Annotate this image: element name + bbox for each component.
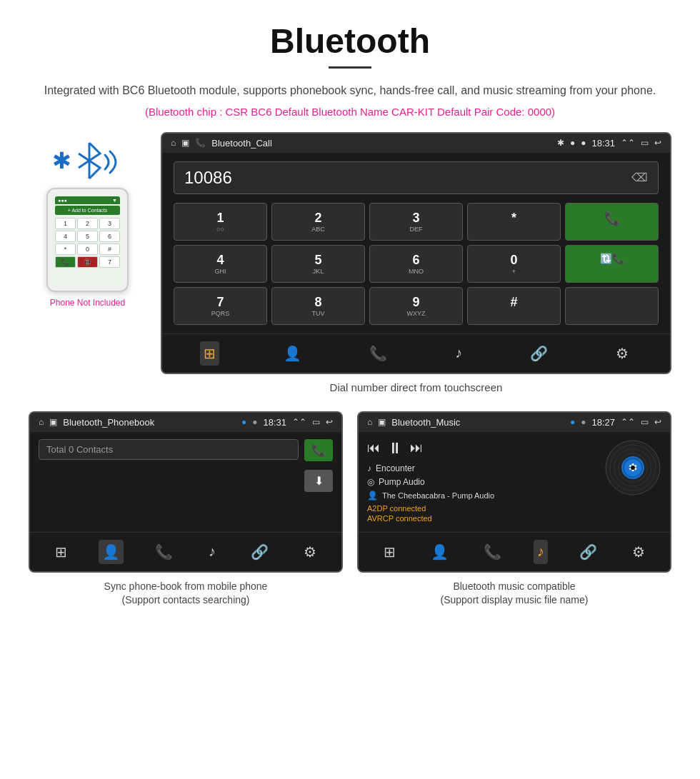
phone-key-hash[interactable]: #	[99, 243, 120, 255]
phonebook-search[interactable]: Total 0 Contacts	[39, 439, 299, 460]
car-expand-icon[interactable]: ⌃⌃	[621, 138, 635, 148]
music-prev-btn[interactable]: ⏮	[367, 441, 380, 456]
car-screen-call: ⌂ ▣ 📞 Bluetooth_Call ✱ ● ● 18:31 ⌃⌃ ▭ ↩ …	[161, 132, 671, 374]
key-0[interactable]: 0+	[467, 245, 561, 283]
dial-input[interactable]: 10086 ⌫	[174, 161, 659, 194]
pb-toolbar-dialpad[interactable]: ⊞	[51, 540, 71, 564]
music-expand-icon[interactable]: ⌃⌃	[621, 417, 635, 427]
car-status-bar-music: ⌂ ▣ Bluetooth_Music ● ● 18:27 ⌃⌃ ▭ ↩	[359, 413, 670, 432]
pb-time: 18:31	[263, 417, 286, 428]
music-play-btn[interactable]: ⏸	[387, 439, 403, 458]
pb-toolbar-settings[interactable]: ⚙	[300, 540, 320, 564]
pb-home-icon[interactable]: ⌂	[39, 417, 44, 427]
phone-key-4[interactable]: 4	[55, 231, 76, 242]
dial-caption: Dial number direct from touchscreen	[161, 381, 671, 393]
car-screen-call-wrapper: ⌂ ▣ 📞 Bluetooth_Call ✱ ● ● 18:31 ⌃⌃ ▭ ↩ …	[161, 132, 671, 404]
page-specs: (Bluetooth chip : CSR BC6 Default Blueto…	[43, 106, 657, 118]
dial-delete-btn[interactable]: ⌫	[631, 171, 648, 184]
key-4[interactable]: 4GHI	[174, 245, 267, 283]
music-back-icon[interactable]: ↩	[654, 417, 661, 427]
toolbar-link-btn[interactable]: 🔗	[526, 341, 551, 366]
car-toolbar-call: ⊞ 👤 📞 ♪ 🔗 ⚙	[162, 333, 670, 373]
toolbar-contacts-btn[interactable]: 👤	[280, 341, 305, 366]
key-call[interactable]: 📞	[565, 203, 659, 241]
phone-key-star[interactable]: *	[55, 243, 76, 255]
music-status2: AVRCP connected	[367, 514, 597, 523]
key-7[interactable]: 7PQRS	[174, 287, 267, 325]
page-title: Bluetooth	[43, 21, 657, 61]
pb-toolbar-music[interactable]: ♪	[205, 540, 219, 564]
music-window-icon[interactable]: ▭	[641, 417, 649, 427]
key-hash[interactable]: #	[467, 287, 561, 325]
car-dots-icon: ●	[581, 138, 586, 148]
pb-back-icon[interactable]: ↩	[326, 417, 333, 427]
phone-key-3[interactable]: 3	[99, 218, 120, 229]
music-dot2: ●	[581, 417, 586, 427]
phone-screen: ●●●▼ + Add to Contacts 1 2 3 4 5 6 * 0 #…	[52, 194, 123, 286]
pb-toolbar-link[interactable]: 🔗	[247, 540, 272, 564]
main-section: ✱ ●●●▼ + Add to Contacts 1	[0, 125, 700, 411]
car-wifi-icon: ▣	[181, 138, 189, 148]
music-content: ⏮ ⏸ ⏭ ♪ Encounter ◎ Pump Audio 👤 The	[359, 432, 670, 532]
phone-not-included-label: Phone Not Included	[50, 298, 125, 308]
dialpad-area: 10086 ⌫ 1○○ 2ABC 3DEF * 📞 4GHI 5JKL 6MNO…	[162, 153, 670, 333]
pb-toolbar-contacts[interactable]: 👤	[99, 540, 124, 564]
key-5[interactable]: 5JKL	[271, 245, 365, 283]
music-toolbar-dialpad[interactable]: ⊞	[380, 540, 399, 564]
car-back-icon[interactable]: ↩	[654, 138, 661, 148]
music-toolbar-settings[interactable]: ⚙	[629, 540, 649, 564]
toolbar-settings-btn[interactable]: ⚙	[612, 341, 632, 366]
car-status-bar-call: ⌂ ▣ 📞 Bluetooth_Call ✱ ● ● 18:31 ⌃⌃ ▭ ↩	[162, 134, 670, 153]
music-toolbar-contacts[interactable]: 👤	[427, 540, 452, 564]
car-bt-icon: ✱	[557, 138, 564, 148]
phone-key-call[interactable]: 📞	[55, 256, 76, 268]
page-header: Bluetooth Integrated with BC6 Bluetooth …	[0, 0, 700, 125]
pb-dot2: ●	[252, 417, 257, 427]
pb-toolbar-call[interactable]: 📞	[151, 540, 176, 564]
music-toolbar-music[interactable]: ♪	[534, 540, 548, 564]
car-home-icon[interactable]: ⌂	[171, 138, 176, 148]
vinyl-record: ✱	[604, 439, 661, 496]
phone-key-5[interactable]: 5	[77, 231, 98, 242]
music-next-btn[interactable]: ⏭	[410, 441, 423, 456]
key-6[interactable]: 6MNO	[369, 245, 463, 283]
car-window-icon[interactable]: ▭	[641, 138, 649, 148]
key-8[interactable]: 8TUV	[271, 287, 365, 325]
music-home-icon[interactable]: ⌂	[367, 417, 372, 427]
toolbar-music-btn[interactable]: ♪	[451, 341, 466, 366]
toolbar-dialpad-btn[interactable]: ⊞	[200, 341, 219, 366]
pb-expand-icon[interactable]: ⌃⌃	[292, 417, 306, 427]
phone-key-7[interactable]: 7	[99, 256, 120, 268]
phonebook-block: ⌂ ▣ Bluetooth_Phonebook ● ● 18:31 ⌃⌃ ▭ ↩…	[29, 411, 343, 608]
phone-key-1[interactable]: 1	[55, 218, 76, 229]
toolbar-call-btn[interactable]: 📞	[366, 341, 391, 366]
key-1[interactable]: 1○○	[174, 203, 267, 241]
svg-point-9	[631, 466, 635, 470]
music-person-icon: 👤	[367, 491, 378, 501]
bluetooth-icon: ✱	[52, 147, 71, 174]
keypad-grid: 1○○ 2ABC 3DEF * 📞 4GHI 5JKL 6MNO 0+ 🔃📞 7…	[174, 203, 659, 325]
bottom-screens: ⌂ ▣ Bluetooth_Phonebook ● ● 18:31 ⌃⌃ ▭ ↩…	[0, 411, 700, 622]
music-track2: Pump Audio	[379, 477, 425, 487]
key-3[interactable]: 3DEF	[369, 203, 463, 241]
car-status-bar-phonebook: ⌂ ▣ Bluetooth_Phonebook ● ● 18:31 ⌃⌃ ▭ ↩	[30, 413, 341, 432]
phonebook-call-btn[interactable]: 📞	[304, 439, 333, 461]
key-star[interactable]: *	[467, 203, 561, 241]
phone-key-6[interactable]: 6	[99, 231, 120, 242]
music-circle-icon: ◎	[367, 477, 374, 487]
title-underline	[329, 66, 371, 69]
phonebook-caption: Sync phone-book from mobile phone (Suppo…	[29, 580, 343, 608]
phone-key-end[interactable]: 📵	[77, 256, 98, 268]
phone-key-0[interactable]: 0	[77, 243, 98, 255]
phonebook-download-btn[interactable]: ⬇	[304, 470, 333, 492]
phone-key-2[interactable]: 2	[77, 218, 98, 229]
key-9[interactable]: 9WXYZ	[369, 287, 463, 325]
key-2[interactable]: 2ABC	[271, 203, 365, 241]
pb-window-icon[interactable]: ▭	[312, 417, 320, 427]
key-redial[interactable]: 🔃📞	[565, 245, 659, 283]
music-track2-row: ◎ Pump Audio	[367, 477, 597, 487]
music-toolbar-call[interactable]: 📞	[480, 540, 505, 564]
music-toolbar-link[interactable]: 🔗	[576, 540, 601, 564]
music-dot1: ●	[570, 417, 575, 427]
car-screen-music: ⌂ ▣ Bluetooth_Music ● ● 18:27 ⌃⌃ ▭ ↩ ⏮ ⏸…	[357, 411, 671, 573]
